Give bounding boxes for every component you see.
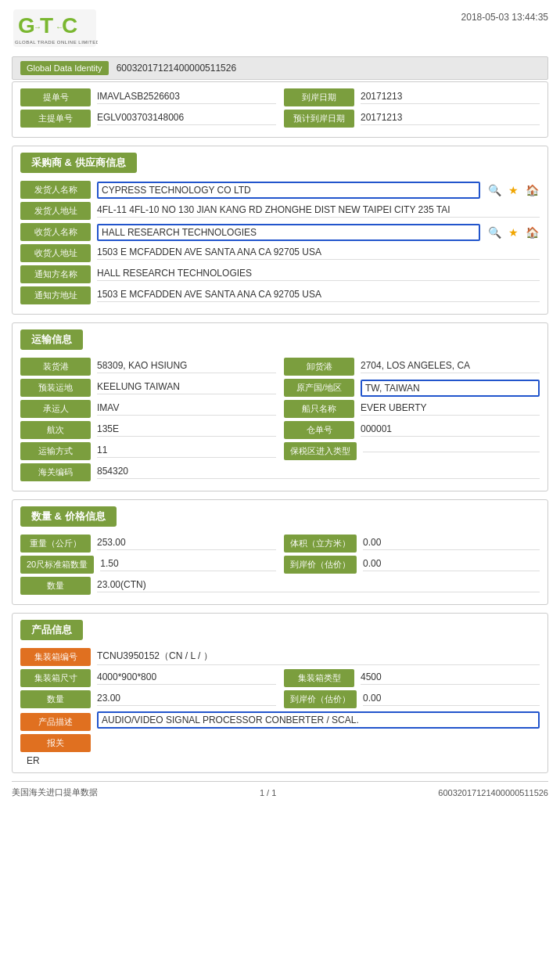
container-type-col: 集装箱类型 4500 [284, 669, 540, 687]
global-id-label: Global Data Identity [20, 61, 109, 75]
teu-col: 20尺标准箱数量 1.50 [20, 556, 276, 574]
customs-code-label: 海关编码 [20, 463, 91, 481]
transport-mode-value: 11 [97, 445, 276, 458]
global-id-bar: Global Data Identity 6003201712140000051… [12, 56, 548, 80]
container-type-value: 4500 [361, 671, 540, 685]
svg-text:→: → [34, 23, 41, 31]
customs-value-wrapper: ER [20, 755, 540, 766]
quantity-card: 数量 & 价格信息 重量（公斤） 253.00 体积（立方米） 0.00 20尺… [12, 499, 548, 605]
bill-num-value: IMAVLASB2526603 [97, 91, 276, 104]
bill-num-label: 提单号 [20, 88, 91, 106]
teu-price-row: 20尺标准箱数量 1.50 到岸价（估价） 0.00 [20, 556, 540, 574]
notify-name-value: HALL RESEARCH TECHNOLOGIES [97, 268, 540, 281]
consignee-name-row: 收货人名称 HALL RESEARCH TECHNOLOGIES 🔍 ★ 🏠 [20, 223, 540, 241]
discharge-port-value: 2704, LOS ANGELES, CA [361, 360, 540, 373]
consignee-search-icon[interactable]: 🔍 [486, 225, 502, 240]
notify-address-row: 通知方地址 1503 E MCFADDEN AVE SANTA ANA CA 9… [20, 286, 540, 304]
shipper-name-row: 发货人名称 CYPRESS TECHNOLOGY CO LTD 🔍 ★ 🏠 [20, 181, 540, 199]
consignee-star-icon[interactable]: ★ [505, 225, 521, 240]
shipper-star-icon[interactable]: ★ [505, 182, 521, 198]
arrival-price-col: 到岸价（估价） 0.00 [284, 556, 540, 574]
bonded-type-label: 保税区进入类型 [284, 442, 357, 460]
carrier-col: 承运人 IMAV [20, 400, 276, 418]
prod-price-value: 0.00 [363, 693, 540, 706]
vessel-col: 船只名称 EVER UBERTY [284, 400, 540, 418]
prod-qty-value: 23.00 [97, 693, 276, 706]
volume-col: 体积（立方米） 0.00 [284, 535, 540, 553]
load-port-value: 58309, KAO HSIUNG [97, 360, 276, 373]
customs-row: 报关 [20, 734, 540, 752]
voyage-label: 航次 [20, 421, 91, 439]
est-arrival-value: 20171213 [361, 112, 540, 125]
prod-qty-label: 数量 [20, 690, 91, 708]
footer-page: 1 / 1 [260, 788, 276, 797]
weight-volume-row: 重量（公斤） 253.00 体积（立方米） 0.00 [20, 535, 540, 553]
consignee-name-value: HALL RESEARCH TECHNOLOGIES [97, 224, 480, 241]
bonded-type-col: 保税区进入类型 [284, 442, 540, 460]
carrier-value: IMAV [97, 402, 276, 416]
teu-value: 1.50 [100, 558, 276, 571]
shipper-name-value: CYPRESS TECHNOLOGY CO LTD [97, 182, 480, 199]
product-desc-value: AUDIO/VIDEO SIGNAL PROCESSOR CONBERTER /… [97, 711, 540, 729]
voyage-col: 航次 135E [20, 421, 276, 439]
pre-ship-label: 预装运地 [20, 379, 91, 397]
customs-code-row: 海关编码 854320 [20, 463, 540, 481]
consignee-name-label: 收货人名称 [20, 223, 91, 241]
svg-text:C: C [62, 13, 77, 38]
customs-label: 报关 [20, 734, 91, 752]
container-num-value: TCNU3950152（CN / L / ） [97, 650, 540, 665]
bonded-type-value [363, 450, 540, 452]
bill-num-col: 提单号 IMAVLASB2526603 [20, 88, 276, 106]
discharge-port-label: 卸货港 [284, 358, 354, 376]
transport-mode-col: 运输方式 11 [20, 442, 276, 460]
transport-mode-row: 运输方式 11 保税区进入类型 [20, 442, 540, 460]
volume-value: 0.00 [363, 537, 540, 550]
voyage-row: 航次 135E 仓单号 000001 [20, 421, 540, 439]
svg-text:T: T [40, 13, 53, 38]
qty-label: 数量 [20, 577, 91, 595]
customs-value: ER [27, 755, 40, 766]
container-num-row: 集装箱编号 TCNU3950152（CN / L / ） [20, 648, 540, 666]
bill-row: 提单号 IMAVLASB2526603 到岸日期 20171213 [20, 88, 540, 106]
carrier-label: 承运人 [20, 400, 91, 418]
consignee-home-icon[interactable]: 🏠 [524, 225, 540, 240]
warehouse-label: 仓单号 [284, 421, 354, 439]
arrival-date-label: 到岸日期 [284, 88, 354, 106]
arrival-date-value: 20171213 [361, 91, 540, 104]
product-section-title: 产品信息 [20, 620, 83, 640]
consignee-icon-group: 🔍 ★ 🏠 [486, 225, 540, 240]
notify-name-row: 通知方名称 HALL RESEARCH TECHNOLOGIES [20, 265, 540, 283]
product-card: 产品信息 集装箱编号 TCNU3950152（CN / L / ） 集装箱尺寸 … [12, 613, 548, 773]
origin-country-label: 原产国/地区 [284, 379, 354, 397]
supplier-section-title: 采购商 & 供应商信息 [20, 153, 137, 173]
master-bill-row: 主提单号 EGLV003703148006 预计到岸日期 20171213 [20, 110, 540, 128]
container-type-label: 集装箱类型 [284, 669, 354, 687]
footer-id: 60032017121400000511526 [438, 788, 548, 797]
prod-qty-col: 数量 23.00 [20, 690, 276, 708]
arrival-price-label: 到岸价（估价） [284, 556, 357, 574]
container-size-col: 集装箱尺寸 4000*900*800 [20, 669, 276, 687]
container-size-type-row: 集装箱尺寸 4000*900*800 集装箱类型 4500 [20, 669, 540, 687]
master-bill-col: 主提单号 EGLV003703148006 [20, 110, 276, 128]
container-num-label: 集装箱编号 [20, 648, 91, 666]
est-arrival-col: 预计到岸日期 20171213 [284, 110, 540, 128]
master-bill-value: EGLV003703148006 [97, 112, 276, 125]
page-header: G T C → ← GLOBAL TRADE ONLINE LIMITED 20… [12, 8, 548, 49]
top-info-card: 提单号 IMAVLASB2526603 到岸日期 20171213 主提单号 E… [12, 81, 548, 138]
volume-label: 体积（立方米） [284, 535, 357, 553]
shipper-search-icon[interactable]: 🔍 [486, 182, 502, 198]
product-desc-label: 产品描述 [20, 713, 91, 731]
svg-text:GLOBAL TRADE  ONLINE  LIMITED: GLOBAL TRADE ONLINE LIMITED [15, 40, 98, 45]
pre-ship-value: KEELUNG TAIWAN [97, 381, 276, 394]
weight-col: 重量（公斤） 253.00 [20, 535, 276, 553]
notify-address-label: 通知方地址 [20, 286, 91, 304]
qty-value: 23.00(CTN) [97, 579, 540, 592]
prod-price-col: 到岸价（估价） 0.00 [284, 690, 540, 708]
transport-card: 运输信息 装货港 58309, KAO HSIUNG 卸货港 2704, LOS… [12, 322, 548, 491]
origin-row: 预装运地 KEELUNG TAIWAN 原产国/地区 TW, TAIWAN [20, 379, 540, 397]
teu-label: 20尺标准箱数量 [20, 556, 94, 574]
shipper-home-icon[interactable]: 🏠 [524, 182, 540, 198]
shipper-name-label: 发货人名称 [20, 181, 91, 199]
port-row: 装货港 58309, KAO HSIUNG 卸货港 2704, LOS ANGE… [20, 358, 540, 376]
svg-text:G: G [18, 13, 35, 38]
